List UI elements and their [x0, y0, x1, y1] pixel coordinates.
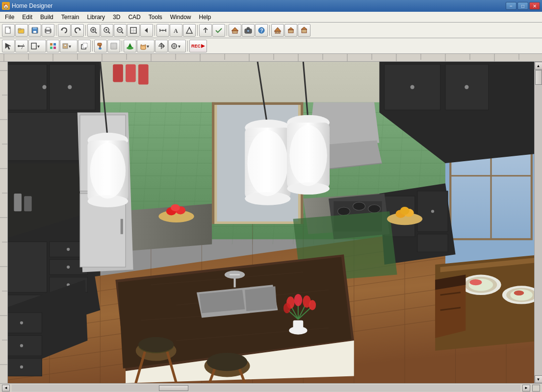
svg-rect-42	[276, 31, 277, 33]
svg-rect-99	[0, 71, 8, 374]
svg-point-230	[138, 337, 174, 352]
svg-marker-222	[245, 286, 277, 311]
hand-tool-button[interactable]: ▾	[137, 40, 155, 52]
menu-item-file[interactable]: File	[1, 12, 18, 22]
scroll-thumb-horizontal[interactable]	[159, 385, 188, 391]
svg-point-256	[247, 130, 288, 196]
minimize-button[interactable]: −	[506, 2, 516, 10]
new-button[interactable]	[2, 24, 15, 37]
separator-5	[227, 25, 227, 36]
zoom-out-button[interactable]	[114, 24, 127, 37]
menu-item-3d[interactable]: 3D	[109, 12, 124, 22]
svg-rect-179	[212, 102, 214, 224]
svg-point-204	[338, 207, 350, 216]
svg-marker-221	[199, 290, 245, 314]
material-tool-button[interactable]	[47, 40, 59, 52]
ruler-left	[0, 62, 8, 383]
scroll-right-button[interactable]: ►	[522, 385, 530, 392]
undo-button[interactable]	[58, 24, 71, 37]
svg-point-269	[400, 207, 410, 215]
separator-1	[56, 25, 56, 36]
svg-point-261	[289, 125, 327, 186]
measure-button[interactable]	[156, 24, 169, 37]
title-bar: 🏠 Home Designer − □ ✕	[0, 0, 542, 12]
scrollbar-right[interactable]: ▲ ▼	[534, 62, 542, 383]
check-button[interactable]	[212, 24, 225, 37]
svg-rect-7	[46, 27, 50, 30]
print-button[interactable]	[42, 24, 54, 37]
menu-item-cad[interactable]: CAD	[124, 12, 144, 22]
svg-rect-76	[4, 54, 538, 62]
arrow-tool-button[interactable]	[155, 40, 168, 52]
maximize-button[interactable]: □	[517, 2, 528, 10]
draw-wall-button[interactable]	[15, 40, 28, 52]
svg-rect-188	[8, 242, 47, 292]
cabinet-button[interactable]: ▾	[60, 40, 77, 52]
kitchen-3d-scene	[8, 62, 534, 383]
svg-rect-168	[50, 64, 95, 110]
svg-rect-8	[46, 31, 50, 33]
scroll-left-button[interactable]: ◄	[2, 385, 10, 392]
paint-tool-button[interactable]	[94, 40, 107, 52]
svg-marker-67	[128, 43, 132, 47]
svg-marker-25	[145, 28, 148, 33]
2d-view-button[interactable]	[271, 24, 284, 37]
landscape-button[interactable]	[124, 40, 136, 52]
select-tool-button[interactable]	[2, 40, 15, 52]
copy-button[interactable]	[78, 40, 91, 52]
separator-t2-3	[187, 41, 188, 51]
svg-rect-57	[53, 47, 56, 49]
scroll-up-button[interactable]: ▲	[535, 62, 542, 70]
svg-rect-43	[278, 31, 279, 33]
open-button[interactable]	[15, 24, 28, 37]
menu-item-build[interactable]: Build	[36, 12, 57, 22]
arrow-up-button[interactable]	[199, 24, 212, 37]
svg-rect-167	[8, 64, 47, 110]
svg-text:A: A	[174, 27, 178, 34]
help-button[interactable]: ?	[255, 24, 268, 37]
svg-point-290	[20, 321, 23, 324]
zoom-in2-button[interactable]	[101, 24, 113, 37]
menu-item-tools[interactable]: Tools	[145, 12, 166, 22]
menu-item-window[interactable]: Window	[166, 12, 195, 22]
3d-view-button[interactable]	[284, 24, 297, 37]
menu-item-library[interactable]: Library	[83, 12, 109, 22]
camera-button[interactable]	[242, 24, 255, 37]
menu-item-terrain[interactable]: Terrain	[57, 12, 83, 22]
svg-rect-288	[8, 336, 42, 356]
menu-item-edit[interactable]: Edit	[18, 12, 36, 22]
svg-marker-46	[301, 27, 307, 29]
app-icon: 🏠	[2, 2, 10, 10]
svg-rect-289	[8, 358, 42, 376]
transform-button[interactable]: ▾	[168, 40, 186, 52]
scroll-track-horizontal[interactable]	[12, 385, 520, 392]
save-button[interactable]	[28, 24, 41, 37]
svg-rect-62	[83, 43, 87, 48]
prev-view-button[interactable]	[140, 24, 153, 37]
scroll-thumb-vertical[interactable]	[535, 70, 542, 85]
scroll-track-vertical[interactable]	[535, 70, 542, 375]
plan-view-button[interactable]	[298, 24, 310, 37]
separator-t2-2	[122, 41, 122, 51]
svg-point-234	[207, 353, 248, 371]
room-tool-button[interactable]: ▾	[28, 40, 46, 52]
svg-marker-48	[5, 43, 11, 49]
menu-item-help[interactable]: Help	[195, 12, 215, 22]
texture-button[interactable]	[107, 40, 120, 52]
text-button[interactable]: A	[170, 24, 182, 37]
close-button[interactable]: ✕	[529, 2, 540, 10]
redo-button[interactable]	[71, 24, 84, 37]
svg-rect-211	[121, 219, 123, 234]
fit-button[interactable]	[127, 24, 140, 37]
rec-button[interactable]: REC	[189, 40, 207, 52]
elevation-button[interactable]	[183, 24, 196, 37]
zoom-in-button[interactable]	[87, 24, 100, 37]
roof-button[interactable]	[229, 24, 241, 37]
scroll-down-button[interactable]: ▼	[535, 375, 542, 383]
svg-line-14	[95, 32, 97, 33]
separator-4	[197, 25, 198, 36]
separator-6	[269, 25, 270, 36]
canvas-area[interactable]	[8, 62, 534, 383]
menu-bar: File Edit Build Terrain Library 3D CAD T…	[0, 12, 542, 23]
svg-marker-33	[232, 27, 238, 31]
